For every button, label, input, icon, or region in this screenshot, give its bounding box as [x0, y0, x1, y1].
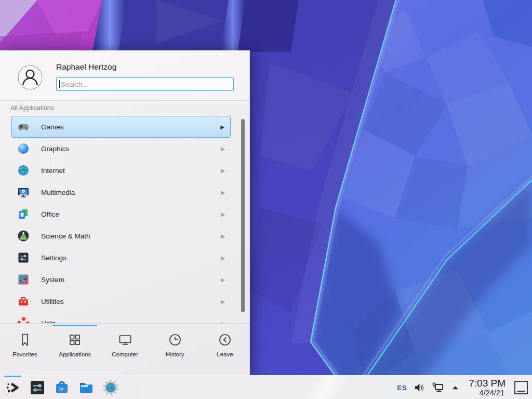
folder-icon [78, 379, 95, 396]
system-settings-icon [29, 379, 46, 396]
category-row-office[interactable]: Office ▶ [11, 203, 231, 225]
keyboard-layout-indicator[interactable]: ES [397, 384, 407, 392]
submenu-arrow-icon: ▶ [221, 146, 225, 152]
system-settings-button[interactable] [29, 376, 46, 399]
volume-icon[interactable] [414, 382, 424, 393]
clock-time: 7:03 PM [469, 378, 506, 389]
network-icon[interactable] [431, 381, 444, 394]
discover-bag-icon [54, 379, 70, 396]
taskbar-panel: ES [0, 375, 532, 399]
category-row-settings[interactable]: Settings ▶ [11, 247, 231, 269]
application-launcher-button[interactable] [4, 376, 22, 399]
category-row-system[interactable]: System ▶ [11, 269, 231, 290]
launcher-header: Raphael Hertzog [0, 51, 249, 101]
category-list: Games ▶ Graphics ▶ [0, 116, 250, 324]
bookmark-icon [17, 332, 33, 348]
category-row-help[interactable]: Help ▶ [11, 312, 231, 324]
kde-launcher-icon [5, 379, 21, 396]
toolbox-icon [17, 295, 30, 308]
desktop: Raphael Hertzog All Applications Games [0, 0, 532, 399]
discover-button[interactable] [53, 376, 71, 399]
grid-icon [67, 332, 83, 348]
submenu-arrow-icon: ▶ [221, 190, 225, 195]
sliders-icon [17, 251, 30, 264]
globe-icon [17, 164, 30, 177]
submenu-arrow-icon: ▶ [221, 277, 225, 283]
gamepad-icon [17, 121, 30, 133]
paint-sphere-icon [17, 142, 30, 155]
category-row-multimedia[interactable]: Multimedia ▶ [11, 181, 231, 203]
system-tray: ES [397, 376, 528, 399]
category-row-graphics[interactable]: Graphics ▶ [11, 138, 231, 159]
flask-icon [17, 230, 30, 242]
tab-history[interactable]: History [150, 324, 200, 375]
clock-date: 4/24/21 [480, 389, 504, 397]
scrollbar[interactable] [241, 119, 245, 312]
show-desktop-widget[interactable] [514, 381, 528, 394]
expand-up-icon[interactable] [451, 383, 460, 392]
search-input[interactable] [56, 77, 234, 91]
documents-icon [17, 208, 30, 220]
category-row-internet[interactable]: Internet ▶ [11, 159, 231, 181]
submenu-arrow-icon: ▶ [220, 124, 224, 130]
submenu-arrow-icon: ▶ [221, 299, 225, 304]
media-monitor-icon [17, 186, 30, 198]
clock-icon [167, 332, 183, 348]
submenu-arrow-icon: ▶ [221, 211, 225, 217]
submenu-arrow-icon: ▶ [221, 168, 225, 174]
leave-icon [217, 332, 233, 348]
section-label: All Applications [10, 104, 54, 112]
application-launcher-popup: Raphael Hertzog All Applications Games [0, 50, 250, 375]
submenu-arrow-icon: ▶ [221, 233, 225, 239]
launcher-tabbar: Favorites Applications Computer [0, 323, 250, 375]
panel-translucency-streak [302, 376, 352, 399]
submenu-arrow-icon: ▶ [221, 255, 225, 261]
user-name: Raphael Hertzog [56, 62, 116, 72]
tab-favorites[interactable]: Favorites [0, 324, 50, 375]
monitor-icon [117, 332, 133, 348]
category-row-utilities[interactable]: Utilities ▶ [11, 290, 231, 312]
text-caret [59, 80, 60, 88]
tab-applications[interactable]: Applications [50, 324, 100, 375]
globe-gear-icon [102, 379, 119, 396]
user-avatar[interactable] [18, 65, 43, 90]
system-sliders-icon [17, 273, 30, 286]
tab-leave[interactable]: Leave [200, 324, 250, 375]
digital-clock[interactable]: 7:03 PM 4/24/21 [469, 378, 506, 397]
category-row-science-math[interactable]: Science & Math ▶ [11, 225, 231, 247]
tab-computer[interactable]: Computer [100, 324, 150, 375]
web-browser-button[interactable] [102, 376, 119, 399]
category-row-games[interactable]: Games ▶ [11, 116, 231, 138]
file-manager-button[interactable] [77, 376, 95, 399]
